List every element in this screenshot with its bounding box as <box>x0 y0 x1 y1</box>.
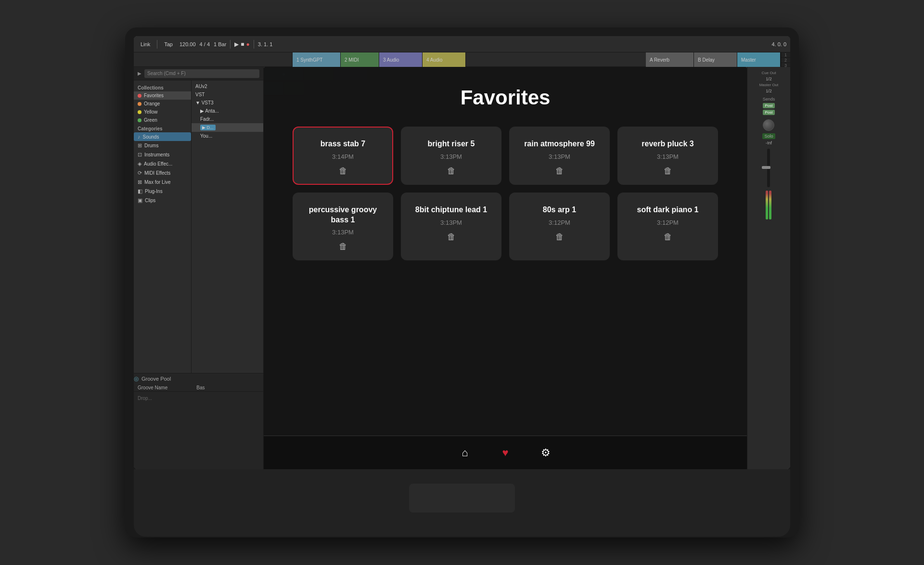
card-bright-riser-5-delete[interactable]: 🗑 <box>447 166 456 176</box>
card-rain-atmosphere-99-name: rain atmosphere 99 <box>524 139 595 149</box>
sidebar-item-yellow[interactable]: Yellow <box>134 108 191 116</box>
record-button[interactable]: ● <box>246 41 250 48</box>
track-header-areverb[interactable]: A Reverb <box>646 52 694 67</box>
nav-home-button[interactable]: ⌂ <box>456 444 474 462</box>
sidebar-item-plugins[interactable]: ◧ Plug-Ins <box>134 187 191 196</box>
card-rain-atmosphere-99-delete[interactable]: 🗑 <box>555 166 564 176</box>
sidebar-item-green[interactable]: Green <box>134 116 191 124</box>
tap-button[interactable]: Tap <box>161 40 176 48</box>
daw-main-area: ▶ Search (Cmd + F) Collections Favorites <box>134 67 790 469</box>
link-button[interactable]: Link <box>138 40 153 48</box>
card-bright-riser-5[interactable]: bright riser 5 3:13PM 🗑 <box>401 127 501 185</box>
sidebar-item-clips[interactable]: ▣ Clips <box>134 196 191 205</box>
track-header-bdelay[interactable]: B Delay <box>694 52 737 67</box>
groove-name-col: Groove Name <box>138 385 167 390</box>
card-brass-stab-7-time: 3:14PM <box>332 153 354 160</box>
transport-controls: ▶ ■ ● <box>234 41 250 48</box>
plugins-icon: ◧ <box>138 188 142 194</box>
sidebar-item-favorites[interactable]: Favorites <box>134 91 191 100</box>
nav-settings-button[interactable]: ⚙ <box>537 444 554 462</box>
laptop-base <box>134 469 790 537</box>
sidebar-item-sounds[interactable]: ♪ Sounds <box>134 132 191 141</box>
card-8bit-chiptune-delete[interactable]: 🗑 <box>447 232 456 242</box>
sidebar-item-audio-effects[interactable]: ◈ Audio Effec... <box>134 159 191 168</box>
card-soft-dark-piano-delete[interactable]: 🗑 <box>664 232 672 242</box>
track-header-master[interactable]: Master <box>737 52 781 67</box>
sidebar-item-max-for-live[interactable]: ⊠ Max for Live <box>134 178 191 187</box>
daw-toolbar: Link Tap 120.00 4 / 4 1 Bar ▶ ■ ● 3. 1. … <box>134 36 790 52</box>
bar-display[interactable]: 1 Bar <box>214 41 226 47</box>
sidebar-item-midi-effects[interactable]: ⟳ MIDI Effects <box>134 168 191 178</box>
plugins-label: Plug-Ins <box>145 189 163 194</box>
favorites-dot <box>138 94 141 98</box>
clips-label: Clips <box>145 198 155 203</box>
post-button-2[interactable]: Post <box>763 110 774 115</box>
bpm-display[interactable]: 120.00 <box>180 41 196 47</box>
file-tree-vst[interactable]: VST <box>192 90 263 99</box>
sidebar-item-instruments[interactable]: ⊡ Instruments <box>134 150 191 159</box>
track-header-audio4[interactable]: 4 Audio <box>423 52 466 67</box>
laptop-trackpad[interactable] <box>409 484 515 513</box>
daw-background: Link Tap 120.00 4 / 4 1 Bar ▶ ■ ● 3. 1. … <box>134 36 790 469</box>
sidebar-item-orange[interactable]: Orange <box>134 100 191 108</box>
position-display: 3. 1. 1 <box>258 41 273 47</box>
card-reverb-pluck-3-name: reverb pluck 3 <box>642 139 694 149</box>
orange-dot <box>138 102 141 106</box>
card-reverb-pluck-3-delete[interactable]: 🗑 <box>664 166 672 176</box>
track-header-audio3[interactable]: 3 Audio <box>379 52 423 67</box>
card-80s-arp-1-name: 80s arp 1 <box>543 205 576 215</box>
card-soft-dark-piano[interactable]: soft dark piano 1 3:12PM 🗑 <box>617 193 718 261</box>
mixer-controls: Cue Out 1/2 Master Out 1/2 Sends Post Po… <box>759 71 779 219</box>
card-reverb-pluck-3-time: 3:13PM <box>657 153 679 160</box>
file-tree-anta[interactable]: ▶ Anta... <box>192 107 263 115</box>
sends-label: Sends <box>763 97 775 102</box>
sidebar-item-drums[interactable]: ⊞ Drums <box>134 141 191 150</box>
file-tree-fadr[interactable]: Fadr... <box>192 115 263 123</box>
card-brass-stab-7-delete[interactable]: 🗑 <box>339 166 347 176</box>
post-button[interactable]: Post <box>763 103 774 108</box>
toolbar-right: 4. 0. 0 <box>771 41 786 47</box>
track-header-synthgpt[interactable]: 1 SynthGPT <box>293 52 341 67</box>
file-tree-vst3[interactable]: ▼ VST3 <box>192 99 263 107</box>
yellow-label: Yellow <box>144 109 158 115</box>
card-soft-dark-piano-time: 3:12PM <box>657 219 679 226</box>
track-num-2: 2 <box>781 58 790 63</box>
file-tree-d[interactable]: ▶ D... <box>192 123 263 132</box>
toolbar-sep-2 <box>230 40 231 49</box>
card-percussive-groovy-delete[interactable]: 🗑 <box>339 242 347 252</box>
drums-icon: ⊞ <box>138 142 142 149</box>
card-8bit-chiptune[interactable]: 8bit chiptune lead 1 3:13PM 🗑 <box>401 193 501 261</box>
instruments-icon: ⊡ <box>138 152 142 158</box>
time-sig-display[interactable]: 4 / 4 <box>200 41 210 47</box>
groove-pool-icon: ◎ <box>134 375 139 382</box>
track-numbers: 1 2 3 4 5 6 7 8 <box>781 52 790 66</box>
mixer-knob[interactable] <box>763 119 774 131</box>
card-reverb-pluck-3[interactable]: reverb pluck 3 3:13PM 🗑 <box>617 127 718 185</box>
nav-favorites-button[interactable]: ♥ <box>497 444 514 462</box>
solo-button[interactable]: Solo <box>762 133 775 139</box>
fader-thumb[interactable] <box>762 166 770 169</box>
sidebar: ▶ Search (Cmd + F) Collections Favorites <box>134 67 264 469</box>
track-header-midi[interactable]: 2 MIDI <box>341 52 379 67</box>
file-tree-you[interactable]: You... <box>192 132 263 140</box>
card-bright-riser-5-time: 3:13PM <box>440 153 462 160</box>
card-bright-riser-5-name: bright riser 5 <box>428 139 475 149</box>
favorites-grid-row1: brass stab 7 3:14PM 🗑 bright riser 5 3:1… <box>293 127 718 185</box>
card-percussive-groovy[interactable]: percussive groovy bass 1 3:13PM 🗑 <box>293 193 393 261</box>
card-80s-arp-1-delete[interactable]: 🗑 <box>555 232 564 242</box>
card-brass-stab-7[interactable]: brass stab 7 3:14PM 🗑 <box>293 127 393 185</box>
play-button[interactable]: ▶ <box>234 41 239 48</box>
card-80s-arp-1[interactable]: 80s arp 1 3:12PM 🗑 <box>509 193 610 261</box>
time-display: 4. 0. 0 <box>771 41 786 47</box>
drums-label: Drums <box>144 143 158 148</box>
stop-button[interactable]: ■ <box>241 41 244 48</box>
file-tree-auv2[interactable]: AUv2 <box>192 82 263 90</box>
card-percussive-groovy-name: percussive groovy bass 1 <box>301 205 385 225</box>
card-8bit-chiptune-time: 3:13PM <box>440 219 462 226</box>
content-area: Favorites brass stab 7 3:14PM 🗑 bright r… <box>264 67 747 469</box>
search-input[interactable]: Search (Cmd + F) <box>144 69 259 78</box>
instruments-label: Instruments <box>144 152 169 157</box>
card-rain-atmosphere-99[interactable]: rain atmosphere 99 3:13PM 🗑 <box>509 127 610 185</box>
midi-effects-label: MIDI Effects <box>144 170 170 176</box>
max-for-live-label: Max for Live <box>144 180 170 185</box>
